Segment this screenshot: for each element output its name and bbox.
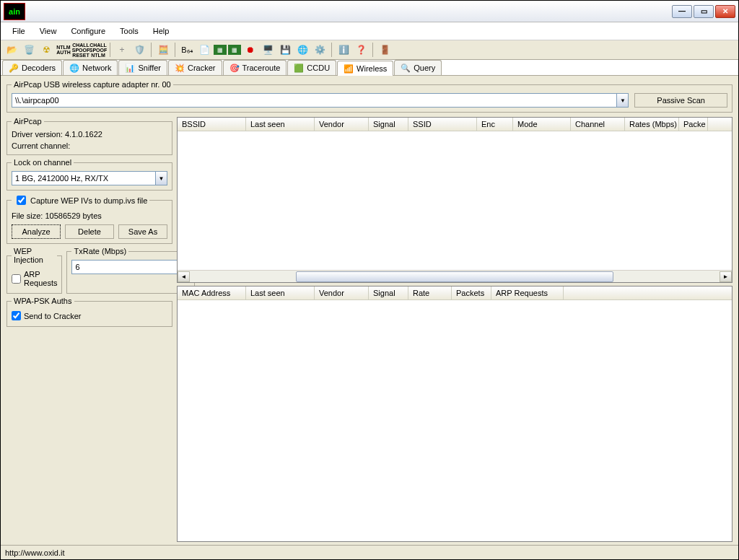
status-bar: http://www.oxid.it: [1, 545, 738, 559]
scroll-thumb[interactable]: [296, 271, 613, 282]
adapter-input[interactable]: [12, 93, 617, 108]
horizontal-scrollbar[interactable]: ◄ ►: [178, 270, 732, 282]
column-header[interactable]: Last seen: [246, 118, 315, 131]
close-button[interactable]: ✕: [715, 5, 735, 18]
filesize-label: File size: 10586529 bytes: [12, 211, 167, 220]
app-window: ain — ▭ ✕ File View Configure Tools Help…: [0, 0, 739, 560]
passive-scan-button[interactable]: Passive Scan: [634, 93, 727, 108]
network-icon: 🌐: [69, 63, 79, 73]
channel-combo[interactable]: ▼: [12, 171, 167, 185]
adapter-combo[interactable]: ▼: [12, 93, 629, 108]
wireless-icon: 📶: [344, 64, 354, 74]
menu-tools[interactable]: Tools: [114, 25, 144, 37]
toolbar: 📂 🗑️ ☢ NTLM AUTH CHALL SPOOF RESET CHALL…: [1, 40, 738, 60]
calculator-icon[interactable]: 🧮: [155, 42, 171, 58]
client-table[interactable]: MAC AddressLast seenVendorSignalRatePack…: [177, 286, 733, 542]
column-header[interactable]: Rates (Mbps): [625, 118, 679, 131]
tab-traceroute[interactable]: 🎯Traceroute: [223, 60, 287, 75]
monitor-icon[interactable]: 🖥️: [260, 42, 276, 58]
content-area: AirPcap USB wireless capture adapter nr.…: [1, 76, 738, 545]
scroll-right-icon[interactable]: ►: [720, 271, 732, 282]
chip1-icon[interactable]: ▦: [214, 45, 227, 55]
driver-version-label: Driver version: 4.1.0.1622: [12, 130, 167, 139]
help-icon[interactable]: ❓: [353, 42, 369, 58]
globe2-icon[interactable]: 🌐: [294, 42, 310, 58]
column-header[interactable]: Packe: [679, 118, 708, 131]
decoders-icon: 🔑: [9, 63, 19, 73]
tab-network[interactable]: 🌐Network: [63, 60, 118, 75]
title-bar: ain — ▭ ✕: [1, 1, 738, 22]
tab-wireless[interactable]: 📶Wireless: [337, 61, 393, 76]
menu-configure[interactable]: Configure: [65, 25, 111, 37]
adapter-legend: AirPcap USB wireless capture adapter nr.…: [12, 80, 173, 89]
shield-icon[interactable]: 🛡️: [131, 42, 147, 58]
sniffer-icon: 📊: [125, 63, 135, 73]
lock-channel-group: Lock on channel ▼: [6, 158, 172, 191]
saveas-button[interactable]: Save As: [118, 224, 167, 239]
trash-icon[interactable]: 🗑️: [21, 42, 37, 58]
tab-strip: 🔑Decoders🌐Network📊Sniffer💥Cracker🎯Tracer…: [1, 60, 738, 76]
ccdu-icon: 🟩: [294, 63, 304, 73]
rec-icon[interactable]: ⏺: [242, 42, 258, 58]
txrate-input[interactable]: [71, 260, 178, 274]
chal-reset-button[interactable]: CHALL SPOOF RESET: [73, 42, 89, 58]
gear-icon[interactable]: ⚙️: [312, 42, 328, 58]
airpcap-group: AirPcap Driver version: 4.1.0.1622 Curre…: [6, 117, 172, 155]
column-header[interactable]: Last seen: [246, 286, 315, 299]
open-file-icon[interactable]: 📂: [4, 42, 19, 58]
menu-bar: File View Configure Tools Help: [1, 22, 738, 40]
exit-icon[interactable]: 🚪: [377, 42, 393, 58]
maximize-button[interactable]: ▭: [694, 5, 714, 18]
chip2-icon[interactable]: ▦: [228, 45, 241, 55]
column-header[interactable]: SSID: [408, 118, 477, 131]
add-icon[interactable]: +: [114, 42, 130, 58]
column-header[interactable]: Enc: [477, 118, 513, 131]
column-header[interactable]: Signal: [369, 118, 408, 131]
disk-icon[interactable]: 💾: [277, 42, 293, 58]
tab-cracker[interactable]: 💥Cracker: [168, 60, 222, 75]
delete-button[interactable]: Delete: [65, 224, 114, 239]
app-icon: ain: [4, 3, 25, 20]
traceroute-icon: 🎯: [229, 63, 240, 73]
txrate-combo[interactable]: ▼: [71, 260, 190, 274]
arp-requests-checkbox[interactable]: [12, 274, 21, 284]
status-text: http://www.oxid.it: [5, 548, 65, 557]
tab-decoders[interactable]: 🔑Decoders: [2, 60, 62, 75]
radioactive-icon[interactable]: ☢: [38, 42, 54, 58]
adapter-group: AirPcap USB wireless capture adapter nr.…: [6, 80, 733, 113]
cracker-icon: 💥: [175, 63, 185, 73]
menu-file[interactable]: File: [6, 25, 31, 37]
column-header[interactable]: BSSID: [178, 118, 246, 131]
chevron-down-icon[interactable]: ▼: [156, 171, 167, 185]
menu-help[interactable]: Help: [147, 25, 175, 37]
column-header[interactable]: Signal: [369, 286, 408, 299]
column-header[interactable]: Channel: [571, 118, 625, 131]
send-to-cracker-checkbox[interactable]: [12, 311, 21, 320]
chevron-down-icon[interactable]: ▼: [617, 93, 629, 108]
column-header[interactable]: Vendor: [315, 286, 369, 299]
tab-ccdu[interactable]: 🟩CCDU: [287, 60, 336, 75]
minimize-button[interactable]: —: [672, 5, 692, 18]
chal-ntlm-button[interactable]: CHALL SPOOF NTLM: [90, 42, 106, 58]
column-header[interactable]: Packets: [452, 286, 491, 299]
column-header[interactable]: Rate: [408, 286, 452, 299]
analyze-button[interactable]: Analyze: [12, 224, 61, 239]
scroll-left-icon[interactable]: ◄: [178, 271, 190, 282]
menu-view[interactable]: View: [34, 25, 63, 37]
column-header[interactable]: ARP Requests: [491, 286, 564, 299]
doc-icon[interactable]: 📄: [196, 42, 212, 58]
capture-group: Capture WEP IVs to dump.ivs file File si…: [6, 193, 172, 244]
tab-query[interactable]: 🔍Query: [394, 60, 442, 75]
column-header[interactable]: MAC Address: [178, 286, 246, 299]
column-header[interactable]: Mode: [513, 118, 571, 131]
ntlm-auth-button[interactable]: NTLM AUTH: [56, 42, 71, 58]
info-icon[interactable]: ℹ️: [336, 42, 351, 58]
capture-checkbox[interactable]: [17, 196, 26, 205]
ap-table[interactable]: BSSIDLast seenVendorSignalSSIDEncModeCha…: [177, 117, 733, 283]
b64-button[interactable]: B₆₄: [179, 42, 195, 58]
current-channel-label: Current channel:: [12, 141, 167, 150]
channel-input[interactable]: [12, 171, 156, 185]
column-header[interactable]: Vendor: [315, 118, 369, 131]
wpapsk-group: WPA-PSK Auths Send to Cracker: [6, 297, 172, 327]
tab-sniffer[interactable]: 📊Sniffer: [118, 60, 167, 75]
